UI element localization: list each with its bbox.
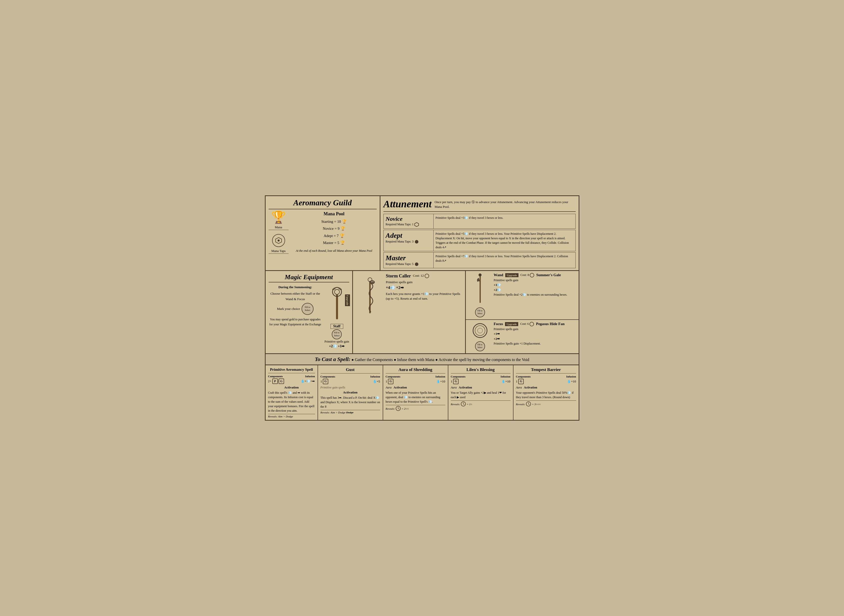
aura-comp-val: 1 G [386,379,394,384]
adept-effect: Primitive Spells deal +5💨 if they travel… [434,230,575,251]
tempest-title: Tempest Barrier [516,367,576,374]
lilens-infusion-label: Infusion [500,375,510,378]
guild-title: Aeromancy Guild [269,198,377,209]
attunement-title: Attunement [384,198,432,210]
magic-equipment-panel: Magic Equipment During the Summoning: Ch… [266,271,353,353]
lilens-type: Aura [451,386,457,389]
tempest-activation-label: Activation [524,386,537,389]
mana-starting: Starting = 10 🏆 [291,218,377,225]
novice-name: Novice [386,216,431,222]
focus-upgrade-badge: Upgrade [505,322,518,326]
attunement-level-master: Master Required Mana Taps: 5 Primitive S… [384,252,576,268]
mana-pool-section: Mana Pool Starting = 10 🏆 Novice = 9 🏆 A… [291,211,377,254]
svg-point-3 [415,240,418,243]
svg-point-11 [372,281,373,282]
gust-title: Gust [321,367,380,374]
novice-left: Novice Required Mana Taps: 1 [384,214,434,229]
summers-gale-title: Summer's Gale [536,273,561,277]
aura-infusion-val: 💧=10 [436,380,445,383]
lilens-activation-text: You or Target Ally gains +2▶ and heal 1❤… [451,390,510,399]
cup-icon-novice: 🏆 [341,225,345,232]
staff-fill-select[interactable]: Fill toSelect [332,329,342,339]
focus-fill-select[interactable]: Fill toSelect [475,341,485,351]
aura-reveals: Reveals: = 2○○ [386,405,446,411]
svg-point-9 [370,280,375,284]
primitive-activation-title: Activation [268,386,315,389]
focus-upgrade-header: Focus Upgrade Cost: 6 Pegasus Hide Fan [494,322,576,326]
fill-to-select-mark[interactable]: Fill toSelect [301,303,313,315]
wand-fill-select[interactable]: Fill toSelect [475,307,485,317]
attunement-panel: Attunement Once per turn, you may pay Ⓢ … [381,196,579,270]
gust-comp-values: 1 G 💧=5 [321,379,380,384]
novice-req: Required Mana Taps: 1 [386,222,431,227]
lilens-title: Lilen's Blessing [451,367,510,374]
aura-g-die: G [388,379,393,384]
lilens-comp-val: 1 G [451,379,459,384]
gust-infusion-label: Infusion [370,375,380,378]
master-effect: Primitive Spells deal +7💨 if they travel… [434,252,575,268]
guild-icons: 🏆 Mana Mana Taps [269,211,288,254]
aura-infusion-label: Infusion [435,375,445,378]
gust-components-label: Components [321,375,335,378]
wand-cost-circle [530,273,534,277]
tempest-comp-values: 1 G 💧=10 [516,379,576,384]
wand-upgrade-header: Wand Upgrade Cost: 8 Summer's Gale [494,273,576,277]
primitive-p-die: P [272,378,278,384]
staff-upgrade-badge: Upgrade [345,295,350,306]
wand-cost: Cost: 8 [521,273,534,277]
svg-point-7 [335,289,340,295]
focus-drawing [471,322,489,339]
svg-point-1 [278,239,279,242]
svg-point-16 [475,326,485,336]
aura-shredding-title: Aura of Shredding [386,367,446,374]
primitive-comp-values: 2+ P/G 💧=💨+➡ [268,378,315,384]
gust-reveals-dodge: Dodge [346,411,353,414]
svg-point-4 [415,263,418,266]
storm-caller-text: Storm Caller Cost: 12 Primitive spells g… [386,273,462,351]
storm-caller-icon-area [356,273,384,351]
mana-label: Mana [269,225,288,230]
adept-name: Adept [386,232,431,239]
mana-master: Master = 5 🏆 [291,239,377,246]
equipment-description: During the Summoning: Choose between eit… [269,285,322,327]
lilens-components-row: Components Infusion [451,375,510,378]
mana-taps-icon [272,234,285,247]
attunement-level-novice: Novice Required Mana Taps: 1 Primitive S… [384,214,576,229]
equipment-desc2: Mark your choice Fill toSelect [269,303,322,315]
mana-footer: At the end of each Round, lose all Mana … [291,249,377,253]
wand-upgrade-bonus: +2💨 [494,288,576,292]
storm-caller-movement-bonus: Each hex you move grants +1💨 to your Pri… [386,292,462,301]
tempest-reveals: Reveals: = 3○○○ [516,400,576,407]
wand-upgrade-badge: Upgrade [505,273,519,277]
tempest-components-row: Components Infusion [516,375,576,378]
wand-focus-upgrades: Fill toSelect Wand Upgrade Cost: 8 Summe… [466,271,579,353]
cast-spell-section: To Cast a Spell: ● Gather the Components… [266,354,579,365]
focus-title: Focus [494,322,503,326]
aura-components-row: Components Infusion [386,375,446,378]
guild-content: 🏆 Mana Mana Taps Mana Pool Starting [269,211,377,254]
storm-caller-header: Storm Caller Cost: 12 [386,273,462,279]
focus-upgrade-bonus: +2➡ [494,337,576,341]
cast-spell-step2: ● Infuse them with Mana [394,358,434,362]
primitive-components-row: Components Infusion [268,375,315,378]
cast-spell-step3: ● Activate the spell by moving the compo… [435,358,529,362]
spells-section: Primitive Aeromancy Spell Components Inf… [266,365,579,420]
staff-visual-area: Upgrade [328,285,346,323]
lilens-g-die: G [453,379,459,384]
tempest-activation-text: Your opponent's Primitive Spells deal 50… [516,390,576,399]
master-left: Master Required Mana Taps: 5 [384,252,434,268]
gust-reveals: Reveals: Aim > Dodge Dodge [321,410,380,414]
mana-adept: Adept = 7 🏆 [291,232,377,239]
tempest-infusion-val: 💧=10 [567,380,576,383]
primitive-comp-val: 2+ P/G [268,378,284,384]
wand-base-bonus: +1💨 [494,283,576,287]
master-req: Required Mana Taps: 5 [386,262,431,267]
mana-pool-rows: Starting = 10 🏆 Novice = 9 🏆 Adept = 7 🏆 [291,218,377,246]
focus-effect: Primitive Spells gain +1 Displacement. [494,342,576,346]
wand-title: Wand [494,273,503,277]
lilens-reveals: Reveals: = 1○ [451,400,510,407]
equipment-staff-area: Upgrade Staff Fill toSelect Primitive sp… [325,285,349,348]
svg-point-14 [479,273,482,276]
lilens-blessing-card: Lilen's Blessing Components Infusion 1 G… [448,365,513,420]
focus-upgrade-content: Focus Upgrade Cost: 6 Pegasus Hide Fan P… [494,322,576,351]
